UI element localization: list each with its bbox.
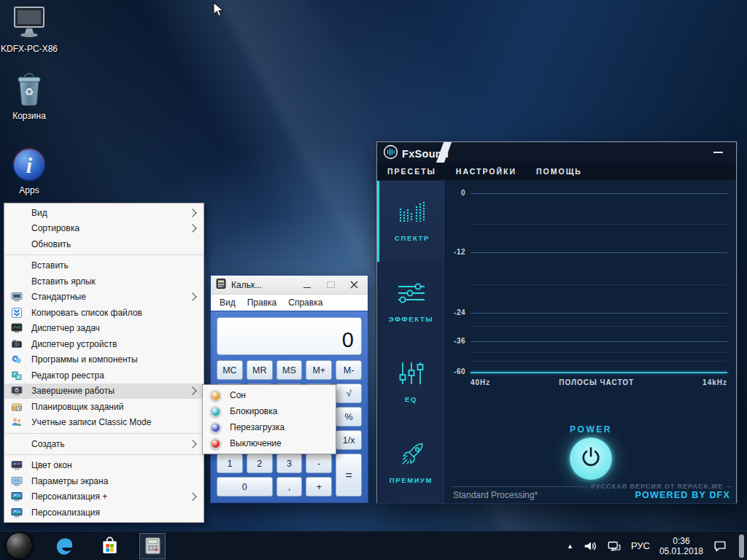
power-button[interactable] [570,438,612,480]
calculator-button-+[interactable]: + [306,477,332,497]
context-menu-item[interactable]: Стандартные [4,289,204,306]
calculator-button-=[interactable]: = [336,454,362,497]
power-submenu-item[interactable]: Выключение [203,435,336,451]
restart-orb-icon [210,422,221,433]
calculator-button-,[interactable]: , [276,477,303,497]
volume-icon[interactable] [583,539,597,553]
power-submenu-item[interactable]: Сон [203,387,336,403]
fxsound-menu-ПОМОЩЬ[interactable]: ПОМОЩЬ [536,167,582,176]
tray-expand-icon[interactable]: ▲ [567,542,573,550]
context-menu-item[interactable]: Копировать список файлов [4,305,204,321]
footnote-line [452,486,588,487]
context-menu-item[interactable]: Диспетчер задач [4,321,204,337]
chart-gridline [471,224,727,225]
calculator-window-title: Кальк... [231,280,293,290]
calculator-button-3[interactable]: 3 [276,454,303,473]
power-submenu-item[interactable]: Блокировка [203,403,336,419]
context-menu-item-label: Диспетчер задач [31,323,198,333]
sidebar-item-ЭФФЕКТЫ[interactable]: ЭФФЕКТЫ [377,262,445,343]
chart-gridline [471,326,727,327]
submenu-arrow-icon [188,440,196,448]
network-icon[interactable] [607,539,622,553]
context-menu-item-label: Вставить ярлык [31,276,198,287]
premium-icon [396,442,427,470]
calculator-close-icon[interactable] [344,279,363,292]
chart-gridline [471,252,727,253]
calculator-button-1/x[interactable]: 1/x [336,430,362,450]
fxsound-menu-ПРЕСЕТЫ[interactable]: ПРЕСЕТЫ [387,167,436,176]
context-menu-item-label: Планировщик заданий [31,402,198,412]
desktop-icon-apps[interactable]: iApps [3,146,55,195]
calculator-menu-Правка[interactable]: Правка [241,298,283,308]
context-menu-item[interactable]: Сортировка [4,221,204,237]
show-desktop-button[interactable] [739,534,744,558]
context-menu-item[interactable]: Завершение работы [4,384,204,400]
context-menu-item[interactable]: Цвет окон [4,458,204,474]
calculator-button--[interactable]: - [306,454,332,473]
effects-icon [396,281,427,308]
y-axis-tick-label: -60 [446,368,465,376]
calculator-button-√[interactable]: √ [336,384,362,403]
context-menu-item[interactable]: Персонализация + [4,489,204,505]
context-menu-item[interactable]: Создать [4,436,204,452]
calculator-button-MC[interactable]: MC [217,360,243,380]
context-menu-item[interactable]: Диспетчер устройств [4,336,204,352]
taskbar-button-calculator[interactable] [139,533,166,559]
power-submenu-item-label: Блокировка [230,406,277,416]
svg-text:i: i [26,153,33,177]
context-menu-item[interactable]: Вставить ярлык [4,273,204,289]
context-menu-item[interactable]: Параметры экрана [4,473,204,489]
calculator-menu-Вид[interactable]: Вид [214,298,241,308]
screen: KDFX-PC-X86♻КорзинаiApps FxSound ПРЕСЕТЫ… [0,0,747,560]
computer-icon [10,4,48,42]
calculator-maximize-icon[interactable] [321,279,340,292]
chart-gridline [471,341,727,342]
fxsound-titlebar[interactable]: FxSound [377,142,736,163]
fxsound-footer: Standard Processing* POWERED BY DFX [453,490,730,500]
context-menu-item[interactable]: Вставить [4,258,204,274]
context-menu-item[interactable]: Вид [4,205,204,221]
context-menu-item[interactable]: Персонализация [4,505,204,521]
context-menu-item[interactable]: Программы и компоненты [4,352,204,368]
clock-date: 05.01.2018 [659,546,703,556]
device-manager-icon [11,338,23,350]
context-menu-item[interactable]: Учетные записи Classic Mode [4,415,204,431]
calculator-button-MR[interactable]: MR [247,360,273,380]
context-menu-item-label: Вид [31,208,190,218]
minimize-icon[interactable] [713,152,723,153]
sidebar-item-label: ПРЕМИУМ [390,476,433,484]
sidebar-item-СПЕКТР[interactable]: СПЕКТР [377,181,445,262]
calculator-button-%[interactable]: % [336,407,362,427]
registry-icon [11,370,23,381]
calculator-minimize-icon[interactable] [298,279,317,292]
start-button[interactable] [6,532,33,559]
calculator-button-MS[interactable]: MS [276,360,303,380]
chart-gridline [471,313,727,314]
context-menu-item[interactable]: Планировщик заданий [4,399,204,415]
context-menu-item[interactable]: Обновить [4,236,204,252]
sidebar-item-EQ[interactable]: EQ [377,342,445,423]
language-indicator[interactable]: РУС [631,540,650,551]
sidebar-item-ПРЕМИУМ[interactable]: ПРЕМИУМ [377,423,445,504]
context-menu-item-label: Редактор реестра [31,370,198,381]
footnote-text: РУССКАЯ ВЕРСИЯ ОТ REPACK.ME [591,483,723,490]
clock[interactable]: 0:36 05.01.2018 [659,536,703,556]
fxsound-menu-НАСТРОЙКИ[interactable]: НАСТРОЙКИ [456,167,516,176]
taskbar-button-store[interactable] [96,532,123,560]
action-center-icon[interactable] [713,539,727,553]
desktop-icon-computer[interactable]: KDFX-PC-X86 [3,4,55,54]
power-submenu-item[interactable]: Перезагрузка [203,419,336,435]
taskbar-button-edge[interactable] [50,532,78,560]
sleep-orb-icon [210,390,221,401]
calculator-button-2[interactable]: 2 [247,454,273,473]
scheduler-icon [11,401,23,413]
calculator-menu-Справка[interactable]: Справка [282,298,328,308]
calculator-button-0[interactable]: 0 [217,477,273,497]
calculator-button-M+[interactable]: M+ [306,360,332,380]
context-menu-item[interactable]: Редактор реестра [4,368,204,384]
calculator-titlebar[interactable]: Кальк... [211,276,368,295]
desktop-icon-recycle-bin[interactable]: ♻Корзина [3,71,55,121]
context-menu-item-label: Учетные записи Classic Mode [31,417,198,427]
calculator-button-1[interactable]: 1 [217,454,243,473]
calculator-button-M-[interactable]: M- [336,360,362,380]
